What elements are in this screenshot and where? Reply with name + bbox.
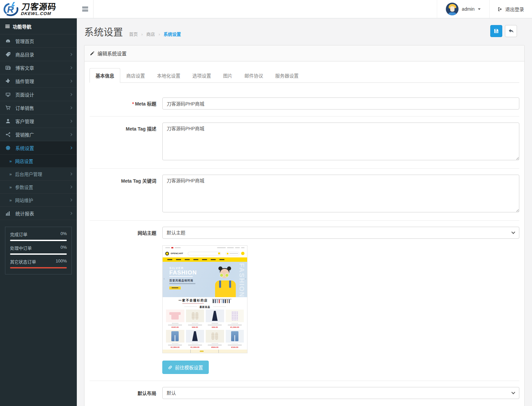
double-angle-icon: »	[9, 198, 12, 203]
preview-product: ¥99.00	[206, 310, 224, 328]
meta-title-input[interactable]	[162, 97, 519, 110]
tab-mail[interactable]: 邮件协议	[238, 68, 269, 83]
sidebar-item-dashboard[interactable]: 管理首页	[0, 34, 77, 48]
username: admin	[462, 6, 475, 12]
form-group-theme: 网站主题 默认主题	[90, 221, 519, 381]
preview-hero-banner: ‹ FASHION SILVER FASHION 百变风格品味时尚	[163, 262, 247, 297]
breadcrumb-store[interactable]: 商店	[146, 32, 155, 37]
brand-subtitle: DKEWL.COM	[21, 11, 56, 16]
dashboard-icon	[5, 38, 11, 44]
panel-body: 基本信息 商店设置 本地化设置 选项设置 图片 邮件协议 服务器设置 *Meta…	[84, 61, 524, 406]
panel-title: 编辑系统设置	[98, 50, 127, 57]
theme-select[interactable]: 默认主题	[162, 227, 519, 239]
tab-option[interactable]: 选项设置	[186, 68, 217, 83]
preview-product: ¥1,099.00	[226, 310, 244, 328]
chevron-down-icon	[478, 8, 481, 10]
sidebar-item-sales[interactable]: 订单销售	[0, 101, 77, 115]
back-button[interactable]	[505, 25, 517, 37]
sidebar-item-system[interactable]: 系统设置	[0, 141, 77, 155]
sidebar-toggle-button[interactable]	[77, 0, 94, 18]
sidebar-subitem-store-settings[interactable]: » 网店设置	[0, 155, 77, 168]
form-group-layout: 默认布局 默认	[90, 381, 519, 406]
top-header: R 刀客源码 DKEWL.COM admin 退出登录	[0, 0, 532, 18]
form-group-meta-title: *Meta 标题	[90, 91, 519, 117]
back-icon	[508, 29, 514, 34]
layout-label: 默认布局	[90, 387, 162, 399]
preview-footer-strip	[163, 350, 247, 353]
stat-processing-orders: 处理中订单 0%	[10, 245, 67, 255]
tab-store[interactable]: 商店设置	[120, 68, 151, 83]
layout-select[interactable]: 默认	[162, 387, 519, 399]
tab-image[interactable]: 图片	[217, 68, 238, 83]
form-group-meta-keyword: Meta Tag 关键词 刀客源码PHP商城	[90, 169, 519, 221]
logout-button[interactable]: 退出登录	[489, 0, 532, 18]
progress-bar	[10, 267, 67, 268]
go-to-template-settings-button[interactable]: 前往模板设置	[162, 361, 209, 374]
tag-icon	[5, 52, 11, 57]
theme-preview-image: OPENCART ‹ FASHION	[162, 245, 247, 353]
tab-pane-general: *Meta 标题 Meta Tag 描述 刀客源码PHP商城	[90, 83, 519, 406]
breadcrumb-home[interactable]: 首页	[129, 32, 138, 37]
gear-icon	[5, 145, 11, 151]
meta-description-label: Meta Tag 描述	[90, 123, 162, 162]
preview-shop-strip: 一家不会撞衫的店	[163, 297, 247, 304]
settings-panel: 编辑系统设置 基本信息 商店设置 本地化设置 选项设置 图片 邮件协议 服务器设…	[84, 45, 525, 406]
settings-tabs: 基本信息 商店设置 本地化设置 选项设置 图片 邮件协议 服务器设置	[90, 68, 519, 83]
sidebar-subitem-parameters[interactable]: » 参数设置	[0, 181, 77, 194]
preview-search-bar	[188, 252, 221, 255]
double-angle-icon: »	[9, 172, 12, 177]
chevron-right-icon	[69, 146, 72, 149]
double-angle-icon: »	[9, 159, 12, 164]
sidebar: 功能导航 管理首页 商品目录 博客文章 插件管理	[0, 18, 77, 406]
preview-product: ¥699.00	[206, 330, 224, 349]
sidebar-item-marketing[interactable]: 营销推广	[0, 128, 77, 141]
stat-value: 0%	[60, 245, 67, 251]
puzzle-icon	[5, 78, 11, 84]
sidebar-item-catalog[interactable]: 商品目录	[0, 48, 77, 61]
preview-nav-bar	[163, 257, 247, 262]
chevron-right-icon	[69, 53, 72, 55]
breadcrumb-current[interactable]: 系统设置	[164, 32, 181, 37]
user-menu[interactable]: admin	[437, 0, 489, 18]
tab-localisation[interactable]: 本地化设置	[151, 68, 186, 83]
sidebar-item-extensions[interactable]: 插件管理	[0, 74, 77, 88]
monitor-icon	[5, 92, 11, 97]
chevron-right-icon	[69, 133, 72, 136]
stat-value: 0%	[60, 231, 67, 237]
avatar	[446, 3, 459, 15]
brand-logo[interactable]: R 刀客源码 DKEWL.COM	[0, 0, 77, 18]
sidebar-item-customers[interactable]: 客户管理	[0, 115, 77, 128]
sidebar-item-reports[interactable]: 统计报表	[0, 207, 77, 220]
theme-label: 网站主题	[90, 227, 162, 374]
sidebar-item-design[interactable]: 页面设计	[0, 88, 77, 101]
sidebar-item-blog[interactable]: 博客文章	[0, 61, 77, 74]
preview-product: ¥195.00	[166, 310, 184, 328]
tab-general[interactable]: 基本信息	[90, 68, 120, 83]
chevron-right-icon	[69, 120, 72, 122]
meta-description-textarea[interactable]: 刀客源码PHP商城	[162, 123, 519, 160]
chevron-right-icon	[69, 199, 72, 201]
page-title: 系统设置	[84, 24, 123, 38]
meta-keyword-textarea[interactable]: 刀客源码PHP商城	[162, 175, 519, 212]
tab-server[interactable]: 服务器设置	[269, 68, 305, 83]
chevron-right-icon	[69, 173, 72, 175]
stat-other-orders: 其它状态订单 100%	[10, 258, 67, 268]
save-button[interactable]	[490, 25, 502, 37]
sidebar-subitem-maintenance[interactable]: » 网站维护	[0, 194, 77, 207]
preview-model-illustration	[215, 266, 238, 297]
sidebar-subitem-admin-users[interactable]: » 后台用户管理	[0, 168, 77, 181]
required-asterisk: *	[132, 101, 134, 107]
preview-product-grid: ¥195.00 ¥99.00 ¥99.0	[163, 309, 247, 350]
form-group-meta-description: Meta Tag 描述 刀客源码PHP商城	[90, 117, 519, 169]
stat-value: 100%	[56, 258, 67, 265]
preview-topbar	[163, 246, 247, 250]
preview-product: ¥199.00	[226, 330, 244, 349]
chevron-right-icon	[69, 93, 72, 95]
preview-product: ¥1,899.00	[166, 330, 184, 349]
preview-cta-button	[169, 286, 181, 289]
chevron-right-icon	[69, 66, 72, 69]
sign-out-icon	[498, 7, 503, 12]
cart-icon	[5, 105, 11, 111]
link-icon	[168, 365, 172, 370]
panel-heading: 编辑系统设置	[84, 45, 524, 61]
